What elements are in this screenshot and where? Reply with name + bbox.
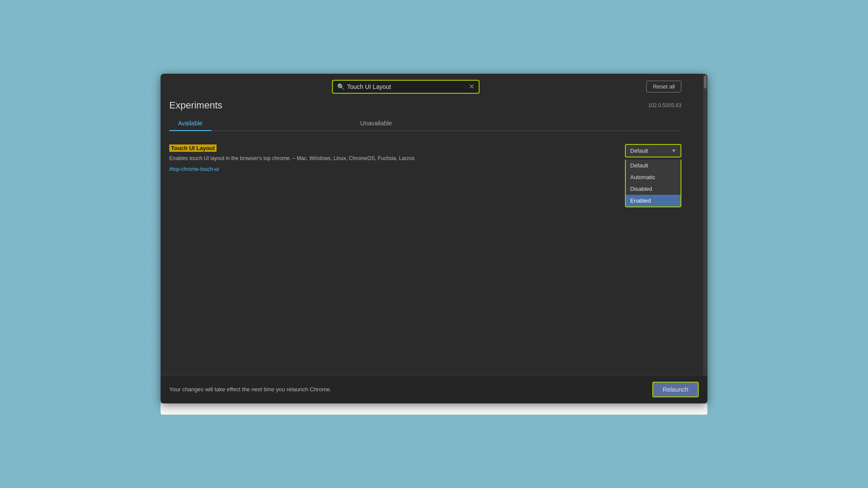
dropdown-container: Default ▼ Default Automatic Disabled Ena… <box>625 144 681 173</box>
experiment-item: Touch UI Layout Enables touch UI layout … <box>169 140 681 177</box>
scrollbar-thumb <box>704 75 707 88</box>
experiment-link[interactable]: #top-chrome-touch-ui <box>169 166 219 172</box>
search-icon: 🔍 <box>337 83 345 90</box>
experiment-description: Enables touch UI layout in the browser's… <box>169 154 616 162</box>
version-label: 102.0.5005.63 <box>648 102 681 108</box>
main-content: Experiments 102.0.5005.63 Available Unav… <box>161 100 707 375</box>
search-input[interactable] <box>347 83 466 90</box>
scrollbar[interactable] <box>703 74 707 386</box>
browser-window: 🔍 ✕ Reset all Experiments 102.0.5005.63 … <box>161 74 707 403</box>
page-title: Experiments <box>169 100 222 111</box>
tabs: Available Unavailable <box>169 116 681 131</box>
experiments-header: Experiments 102.0.5005.63 <box>169 100 681 116</box>
experiment-name-badge: Touch UI Layout <box>169 144 217 152</box>
header: 🔍 ✕ Reset all <box>161 74 707 100</box>
dropdown-option-enabled[interactable]: Enabled <box>626 195 681 206</box>
relaunch-button[interactable]: Relaunch <box>652 382 699 397</box>
tab-available[interactable]: Available <box>169 116 211 131</box>
reset-all-button[interactable]: Reset all <box>646 81 681 92</box>
search-bar: 🔍 ✕ <box>332 80 480 94</box>
footer-message: Your changes will take effect the next t… <box>169 386 332 393</box>
clear-search-button[interactable]: ✕ <box>469 83 474 90</box>
dropdown-option-automatic[interactable]: Automatic <box>626 171 681 183</box>
chevron-down-icon: ▼ <box>671 148 676 153</box>
search-bar-wrapper: 🔍 ✕ <box>169 80 642 94</box>
dropdown-current-value: Default <box>630 147 648 154</box>
bottom-bar <box>161 403 707 415</box>
footer: Your changes will take effect the next t… <box>161 375 707 403</box>
tab-unavailable[interactable]: Unavailable <box>352 116 401 131</box>
dropdown-option-default[interactable]: Default <box>626 160 681 171</box>
dropdown-option-disabled[interactable]: Disabled <box>626 183 681 195</box>
dropdown-list: Default Automatic Disabled Enabled <box>625 160 681 207</box>
dropdown-select[interactable]: Default ▼ <box>625 144 681 157</box>
experiment-info: Touch UI Layout Enables touch UI layout … <box>169 144 616 173</box>
